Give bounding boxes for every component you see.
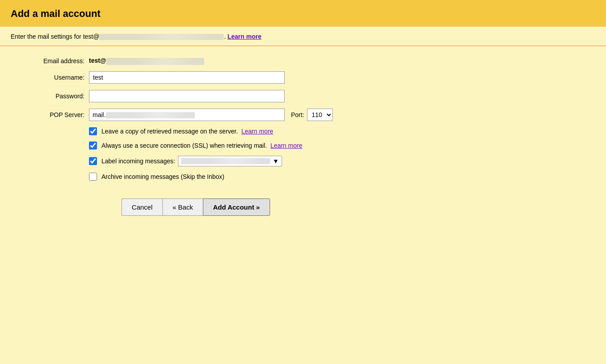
- ssl-row: Always use a secure connection (SSL) whe…: [89, 142, 374, 150]
- ssl-learn-more-link[interactable]: Learn more: [271, 142, 303, 149]
- add-account-button[interactable]: Add Account »: [203, 198, 270, 216]
- password-input[interactable]: [89, 90, 285, 102]
- subtitle-email-blurred: [99, 34, 224, 40]
- password-row: Password:: [18, 90, 374, 102]
- pop-server-label: POP Server:: [18, 111, 89, 118]
- username-row: Username:: [18, 71, 374, 84]
- ssl-checkbox[interactable]: [89, 142, 97, 150]
- archive-label: Archive incoming messages (Skip the Inbo…: [101, 173, 224, 180]
- label-dropdown-blurred: [181, 158, 270, 164]
- page-title: Add a mail account: [11, 8, 595, 20]
- subtitle-bar: Enter the mail settings for test@. Learn…: [0, 27, 606, 46]
- title-bar: Add a mail account: [0, 0, 606, 27]
- password-label: Password:: [18, 93, 89, 100]
- subtitle-text: Enter the mail settings for test@. Learn…: [11, 33, 595, 40]
- archive-checkbox[interactable]: [89, 173, 97, 181]
- pop-server-row: POP Server: mail. Port: 110 995: [18, 109, 374, 121]
- email-row: Email address: test@: [18, 57, 374, 65]
- cancel-button[interactable]: Cancel: [121, 198, 162, 216]
- email-domain-blurred: [106, 58, 204, 65]
- pop-server-input-wrapper: mail.: [89, 109, 285, 121]
- label-dropdown-arrow: ▼: [273, 158, 279, 165]
- subtitle-learn-more-link[interactable]: Learn more: [227, 33, 261, 40]
- label-incoming-label: Label incoming messages:: [101, 158, 175, 165]
- archive-row: Archive incoming messages (Skip the Inbo…: [89, 173, 374, 181]
- port-label: Port:: [291, 111, 304, 118]
- leave-copy-learn-more-link[interactable]: Learn more: [242, 128, 274, 135]
- email-value-display: test@: [89, 57, 204, 65]
- email-prefix: test@: [89, 57, 106, 64]
- main-content: Email address: test@ Username: Password:…: [0, 46, 606, 233]
- label-incoming-text: Label incoming messages:: [101, 158, 175, 165]
- subtitle-prefix: Enter the mail settings for test@: [11, 33, 99, 40]
- back-button[interactable]: « Back: [162, 198, 203, 216]
- button-row: Cancel « Back Add Account »: [18, 198, 374, 216]
- email-label: Email address:: [18, 57, 89, 65]
- label-incoming-row: Label incoming messages: ▼: [89, 156, 374, 166]
- ssl-label: Always use a secure connection (SSL) whe…: [101, 142, 267, 149]
- username-input[interactable]: [89, 71, 285, 84]
- port-select[interactable]: 110 995: [307, 109, 333, 121]
- leave-copy-text: Leave a copy of retrieved message on the…: [101, 128, 273, 135]
- label-incoming-checkbox[interactable]: [89, 157, 97, 165]
- ssl-text: Always use a secure connection (SSL) whe…: [101, 142, 302, 149]
- pop-server-input[interactable]: [89, 109, 285, 121]
- form-section: Email address: test@ Username: Password:…: [18, 57, 374, 215]
- username-label: Username:: [18, 74, 89, 81]
- options-section: Leave a copy of retrieved message on the…: [89, 127, 374, 181]
- leave-copy-checkbox[interactable]: [89, 127, 97, 135]
- leave-copy-row: Leave a copy of retrieved message on the…: [89, 127, 374, 135]
- label-dropdown-wrapper: ▼: [178, 156, 282, 166]
- leave-copy-label: Leave a copy of retrieved message on the…: [101, 128, 238, 135]
